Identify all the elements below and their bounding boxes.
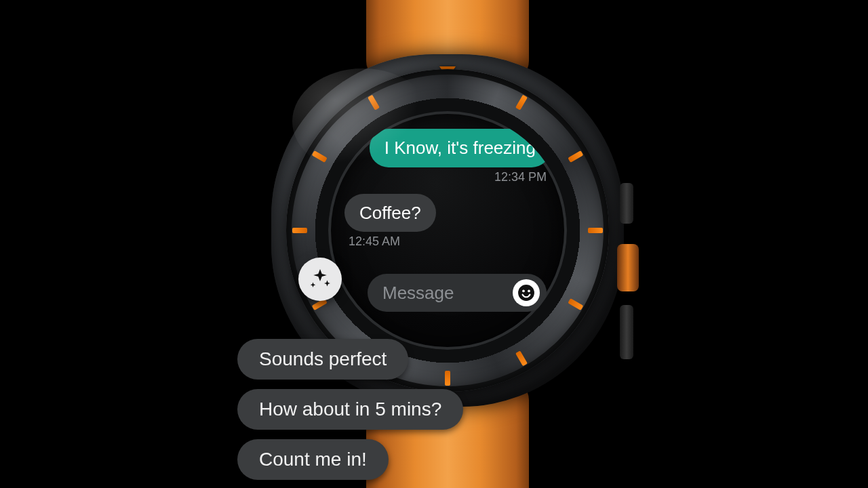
smart-reply-chip[interactable]: Count me in!: [237, 439, 389, 480]
product-render-stage: I Know, it's freezing 12:34 PM Coffee? 1…: [0, 0, 868, 488]
bezel-tick: [515, 350, 528, 366]
bezel-tick: [588, 228, 603, 233]
bezel-tick: [515, 95, 528, 110]
emoji-button[interactable]: [513, 279, 540, 306]
bezel-tick: [292, 228, 307, 233]
watch-side-button-lower: [620, 305, 633, 359]
watch-crown-button: [617, 244, 639, 291]
bezel-tick: [568, 298, 583, 310]
message-outgoing-time: 12:34 PM: [349, 170, 547, 184]
message-outgoing-row: I Know, it's freezing 12:34 PM: [344, 129, 551, 184]
watch-screen[interactable]: I Know, it's freezing 12:34 PM Coffee? 1…: [328, 111, 567, 350]
chat-thread: I Know, it's freezing 12:34 PM Coffee? 1…: [344, 129, 551, 258]
bezel-tick: [312, 150, 328, 163]
compose-bar[interactable]: Message: [368, 274, 547, 312]
ai-suggest-button[interactable]: [298, 258, 342, 301]
svg-point-1: [522, 289, 525, 292]
smart-reply-chip[interactable]: Sounds perfect: [237, 339, 408, 380]
compose-placeholder: Message: [382, 283, 513, 304]
svg-point-2: [528, 289, 530, 292]
smart-reply-chip[interactable]: How about in 5 mins?: [237, 389, 463, 430]
smiley-icon: [517, 284, 535, 302]
message-incoming-bubble[interactable]: Coffee?: [344, 194, 436, 232]
watch-side-button-upper: [620, 183, 633, 224]
bezel-tick: [368, 95, 380, 110]
svg-point-0: [518, 285, 534, 301]
smart-reply-list: Sounds perfect How about in 5 mins? Coun…: [237, 339, 463, 480]
sparkle-icon: [308, 267, 332, 291]
message-outgoing-bubble[interactable]: I Know, it's freezing: [370, 129, 551, 167]
message-incoming-time: 12:45 AM: [349, 235, 547, 249]
message-incoming-row: Coffee? 12:45 AM: [344, 194, 551, 249]
bezel-tick: [568, 150, 583, 163]
